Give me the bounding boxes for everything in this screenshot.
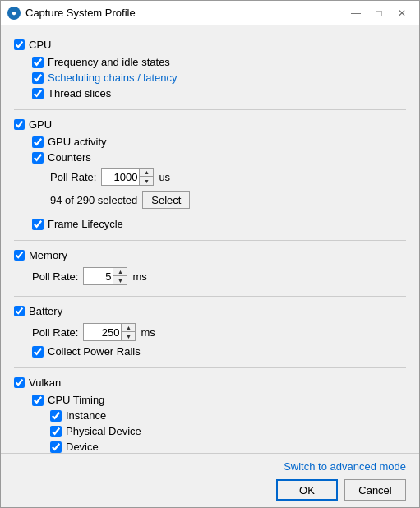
gpu-activity-checkbox[interactable] [32,136,44,148]
memory-poll-rate-unit: ms [132,270,146,283]
physical-device-label: Physical Device [66,425,141,437]
battery-poll-rate-row: Poll Rate: ▲ ▼ ms [32,321,406,344]
gpu-poll-rate-input[interactable] [102,169,139,185]
freq-idle-checkbox[interactable] [32,57,44,68]
memory-poll-rate-input[interactable] [84,268,113,284]
vulkan-header: Vulkan [14,372,406,392]
cpu-body: Frequency and idle states Scheduling cha… [14,54,406,106]
memory-poll-rate-up[interactable]: ▲ [113,268,127,276]
memory-poll-rate-down[interactable]: ▼ [113,276,127,284]
title-bar: ● Capture System Profile — □ ✕ [1,1,419,25]
gpu-activity-row: GPU activity [32,134,406,150]
title-bar-buttons: — □ ✕ [345,5,413,21]
window-title: Capture System Profile [25,7,345,19]
footer-top: Switch to advanced mode [14,460,406,479]
footer-buttons: OK Cancel [14,479,406,501]
window: ● Capture System Profile — □ ✕ CPU Frequ… [0,0,420,508]
cpu-timing-checkbox[interactable] [32,395,44,406]
cpu-checkbox[interactable] [14,39,25,50]
close-button[interactable]: ✕ [391,5,413,21]
counters-checkbox[interactable] [32,152,44,164]
window-icon: ● [7,7,21,20]
battery-poll-rate-input[interactable] [84,324,121,340]
device-label: Device [66,441,99,453]
gpu-checkbox[interactable] [14,119,25,130]
gpu-select-row: 94 of 290 selected Select [50,188,406,211]
gpu-poll-rate-spinner: ▲ ▼ [101,168,154,186]
minimize-button[interactable]: — [345,5,367,21]
battery-poll-rate-buttons: ▲ ▼ [121,324,135,340]
freq-idle-label: Frequency and idle states [48,56,170,68]
instance-checkbox[interactable] [50,410,62,422]
memory-poll-rate-row: Poll Rate: ▲ ▼ ms [32,265,406,288]
physical-device-row: Physical Device [50,423,406,439]
cancel-button[interactable]: Cancel [344,479,406,501]
frame-lifecycle-checkbox[interactable] [32,219,44,230]
gpu-section: GPU GPU activity Counters Poll Rate: [14,113,406,237]
memory-poll-rate-spinner: ▲ ▼ [83,267,127,285]
gpu-divider [14,240,406,241]
gpu-body: GPU activity Counters Poll Rate: ▲ ▼ [14,134,406,237]
counters-label: Counters [48,151,91,164]
gpu-poll-rate-down[interactable]: ▼ [140,177,153,185]
memory-header: Memory [14,244,406,265]
maximize-button[interactable]: □ [368,5,390,21]
cpu-section: CPU Frequency and idle states Scheduling… [14,34,406,106]
gpu-header: GPU [14,113,406,134]
vulkan-label: Vulkan [29,376,61,389]
device-checkbox[interactable] [50,441,62,453]
battery-poll-rate-up[interactable]: ▲ [122,324,135,332]
cpu-timing-label: CPU Timing [48,394,104,406]
physical-device-checkbox[interactable] [50,426,62,437]
vulkan-section: Vulkan CPU Timing Instance Physical Devi… [14,372,406,453]
vulkan-body: CPU Timing Instance Physical Device Devi… [14,392,406,453]
memory-poll-rate-buttons: ▲ ▼ [113,268,127,284]
advanced-mode-link[interactable]: Switch to advanced mode [284,460,406,473]
collect-power-rails-label: Collect Power Rails [48,345,141,358]
memory-checkbox[interactable] [14,250,25,261]
gpu-activity-label: GPU activity [48,136,107,148]
gpu-poll-rate-row: Poll Rate: ▲ ▼ us [50,165,406,188]
cpu-label: CPU [29,39,51,51]
battery-section: Battery Poll Rate: ▲ ▼ ms Col [14,300,406,364]
thread-slices-row: Thread slices [32,85,406,101]
frame-lifecycle-label: Frame Lifecycle [48,218,123,230]
battery-checkbox[interactable] [14,306,25,316]
gpu-poll-rate-unit: us [159,171,170,183]
sched-chains-checkbox[interactable] [32,72,44,84]
counters-body: Poll Rate: ▲ ▼ us 94 of 290 selected Se [32,165,406,216]
collect-power-rails-row: Collect Power Rails [32,344,406,359]
battery-label: Battery [29,305,62,317]
counters-row: Counters [32,150,406,165]
gpu-select-button[interactable]: Select [142,191,190,209]
battery-divider [14,367,406,368]
memory-label: Memory [29,249,67,261]
cpu-header: CPU [14,34,406,54]
footer: Switch to advanced mode OK Cancel [1,453,419,507]
frame-lifecycle-row: Frame Lifecycle [32,216,406,232]
gpu-poll-rate-label: Poll Rate: [50,171,96,183]
gpu-selected-count: 94 of 290 selected [50,194,137,206]
cpu-divider [14,109,406,110]
collect-power-rails-checkbox[interactable] [32,346,44,358]
device-row: Device [50,439,406,453]
memory-body: Poll Rate: ▲ ▼ ms [14,265,406,293]
content-area: CPU Frequency and idle states Scheduling… [1,25,419,453]
battery-poll-rate-down[interactable]: ▼ [122,332,135,340]
ok-button[interactable]: OK [276,479,338,501]
battery-header: Battery [14,300,406,321]
gpu-poll-rate-buttons: ▲ ▼ [139,169,153,185]
freq-idle-row: Frequency and idle states [32,54,406,70]
cpu-timing-row: CPU Timing [32,392,406,408]
battery-poll-rate-spinner: ▲ ▼ [83,323,136,341]
vulkan-checkbox[interactable] [14,377,25,388]
memory-poll-rate-label: Poll Rate: [32,270,78,283]
instance-label: Instance [66,409,106,422]
cpu-timing-body: Instance Physical Device Device Queue [32,408,406,453]
thread-slices-label: Thread slices [48,87,111,99]
sched-chains-label: Scheduling chains / latency [48,72,178,84]
memory-section: Memory Poll Rate: ▲ ▼ ms [14,244,406,293]
gpu-poll-rate-up[interactable]: ▲ [140,169,153,177]
thread-slices-checkbox[interactable] [32,88,44,99]
memory-divider [14,296,406,297]
